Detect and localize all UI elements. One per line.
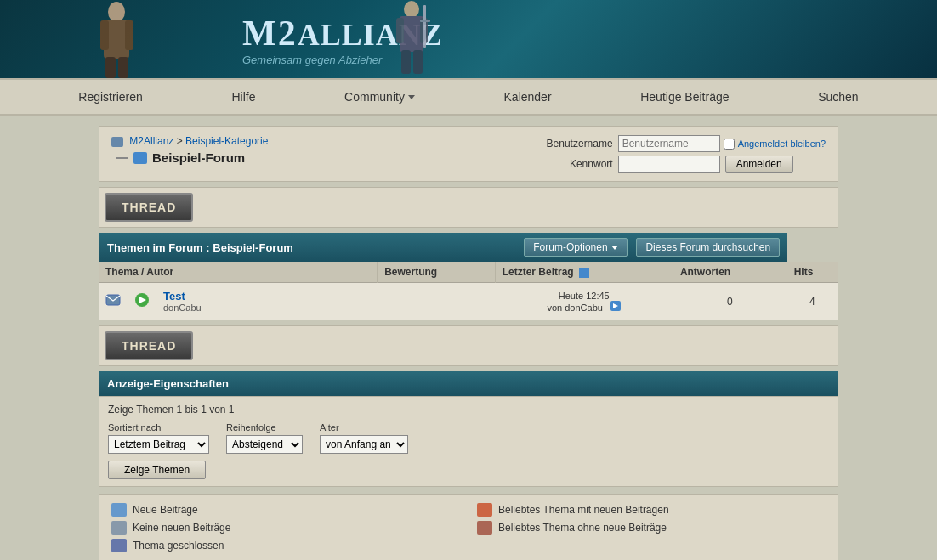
login-section: Benutzername Angemeldet bleiben? Kennwor… — [547, 135, 826, 173]
col-rating: Bewertung — [378, 262, 496, 283]
new-thread-top-button[interactable]: THREAD — [105, 193, 193, 222]
no-new-icon — [111, 521, 127, 535]
age-label: Alter — [320, 422, 408, 433]
header: M2Allianz Gemeinsam gegen Abzieher — [0, 0, 937, 78]
order-select[interactable]: AbsteigendAufsteigend — [226, 435, 303, 454]
legend-new-posts: Neue Beiträge — [111, 503, 460, 517]
legend-hot-new: Beliebtes Thema mit neuen Beiträgen — [477, 503, 826, 517]
nav-heutige-beitraege[interactable]: Heutige Beiträge — [627, 82, 742, 112]
breadcrumb-category[interactable]: Beispiel-Kategorie — [185, 135, 268, 147]
forum-table-name: Beispiel-Forum — [213, 241, 293, 254]
password-label: Kennwort — [547, 158, 613, 170]
display-props-body: Zeige Themen 1 bis 1 von 1 Sortiert nach… — [99, 396, 838, 487]
breadcrumb: M2Allianz > Beispiel-Kategorie Beispiel-… — [111, 135, 268, 165]
hot-no-new-icon — [477, 521, 492, 535]
table-row: Test donCabu Heute 12:45 von donCabu — [99, 283, 838, 320]
svg-rect-5 — [118, 57, 128, 78]
forum-table: Themen im Forum : Beispiel-Forum Forum-O… — [99, 233, 838, 320]
community-dropdown-icon — [408, 95, 415, 99]
svg-rect-3 — [125, 20, 133, 50]
last-post-by: von donCabu — [547, 303, 602, 313]
svg-point-0 — [108, 2, 125, 22]
nav-kalender[interactable]: Kalender — [491, 82, 565, 112]
svg-point-6 — [404, 1, 419, 18]
order-group: Reihenfolge AbsteigendAufsteigend — [226, 422, 303, 454]
svg-rect-8 — [396, 18, 404, 43]
age-select[interactable]: von Anfang anLetzte WocheLetzter Monat — [320, 435, 408, 454]
zeige-info: Zeige Themen 1 bis 1 von 1 — [108, 404, 829, 416]
new-post-icon — [111, 503, 127, 517]
order-label: Reihenfolge — [226, 422, 303, 433]
nav-hilfe[interactable]: Hilfe — [218, 82, 269, 112]
home-icon — [111, 137, 123, 147]
nav-community[interactable]: Community — [331, 82, 429, 112]
goto-post-link[interactable] — [608, 303, 621, 313]
stay-logged-checkbox[interactable] — [724, 139, 735, 150]
forum-options-button[interactable]: Forum-Optionen — [524, 238, 627, 257]
display-props-header: Anzeige-Eigenschaften — [99, 371, 838, 396]
breadcrumb-root[interactable]: M2Allianz — [129, 135, 173, 147]
sort-group: Sortiert nach Letztem BeitragErstellungs… — [108, 422, 209, 454]
new-thread-top-container: THREAD — [99, 187, 838, 228]
legend-locked: Thema geschlossen — [111, 539, 460, 552]
col-topic-author: Thema / Autor — [99, 262, 378, 283]
replies-cell: 0 — [673, 283, 787, 320]
forum-table-title: Themen im Forum — [107, 241, 203, 254]
nav-suchen[interactable]: Suchen — [804, 82, 872, 112]
svg-rect-10 — [401, 50, 411, 74]
hits-cell: 4 — [787, 283, 838, 320]
legend-hot-no-new: Beliebtes Thema ohne neue Beiträge — [477, 521, 826, 535]
topic-title-link[interactable]: Test — [163, 290, 185, 303]
forum-icon — [133, 152, 147, 164]
password-input[interactable] — [618, 156, 720, 173]
svg-rect-2 — [100, 20, 109, 50]
new-thread-bottom-container: THREAD — [99, 325, 838, 366]
new-thread-bottom-button[interactable]: THREAD — [105, 331, 193, 360]
arrow-icon — [134, 292, 150, 308]
svg-rect-12 — [423, 5, 426, 48]
filter-row: Sortiert nach Letztem BeitragErstellungs… — [108, 422, 829, 454]
locked-icon — [111, 539, 127, 552]
topic-author: donCabu — [163, 303, 371, 313]
legend-grid: Neue Beiträge Beliebtes Thema mit neuen … — [111, 503, 826, 552]
svg-rect-4 — [105, 57, 116, 78]
main-nav: Registrieren Hilfe Community Kalender He… — [0, 78, 937, 116]
col-hits: Hits — [787, 262, 838, 283]
sort-icon — [579, 268, 589, 278]
sort-select[interactable]: Letztem BeitragErstellungsdatumTitelAntw… — [108, 435, 209, 454]
search-forum-button[interactable]: Dieses Forum durchsuchen — [636, 238, 780, 257]
legend-no-new: Keine neuen Beiträge — [111, 521, 460, 535]
indent-line — [116, 157, 128, 159]
sort-label: Sortiert nach — [108, 422, 209, 433]
legend-section: Neue Beiträge Beliebtes Thema mit neuen … — [99, 494, 838, 560]
goto-post-icon — [610, 301, 621, 311]
last-post-cell: Heute 12:45 von donCabu — [495, 283, 673, 320]
login-button[interactable]: Anmelden — [725, 156, 793, 173]
col-last-post: Letzter Beitrag — [495, 262, 673, 283]
stay-logged-label[interactable]: Angemeldet bleiben? — [738, 139, 826, 149]
main-content: M2Allianz > Beispiel-Kategorie Beispiel-… — [99, 126, 838, 560]
rating-cell — [378, 283, 496, 320]
username-input[interactable] — [618, 135, 720, 152]
last-post-date: Heute 12:45 — [502, 291, 666, 301]
svg-rect-11 — [413, 50, 423, 74]
show-topics-button[interactable]: Zeige Themen — [108, 461, 206, 479]
nav-registrieren[interactable]: Registrieren — [65, 82, 156, 112]
envelope-icon — [105, 292, 121, 308]
forum-title: Beispiel-Forum — [152, 150, 245, 165]
forum-options-arrow-icon — [611, 246, 618, 250]
hot-new-icon — [477, 503, 492, 517]
age-group: Alter von Anfang anLetzte WocheLetzter M… — [320, 422, 408, 454]
username-label: Benutzername — [547, 138, 613, 150]
top-section: M2Allianz > Beispiel-Kategorie Beispiel-… — [99, 126, 838, 182]
display-props-section: Anzeige-Eigenschaften Zeige Themen 1 bis… — [99, 371, 838, 487]
col-replies: Antworten — [673, 262, 787, 283]
svg-rect-14 — [106, 295, 120, 305]
svg-rect-13 — [420, 20, 430, 22]
